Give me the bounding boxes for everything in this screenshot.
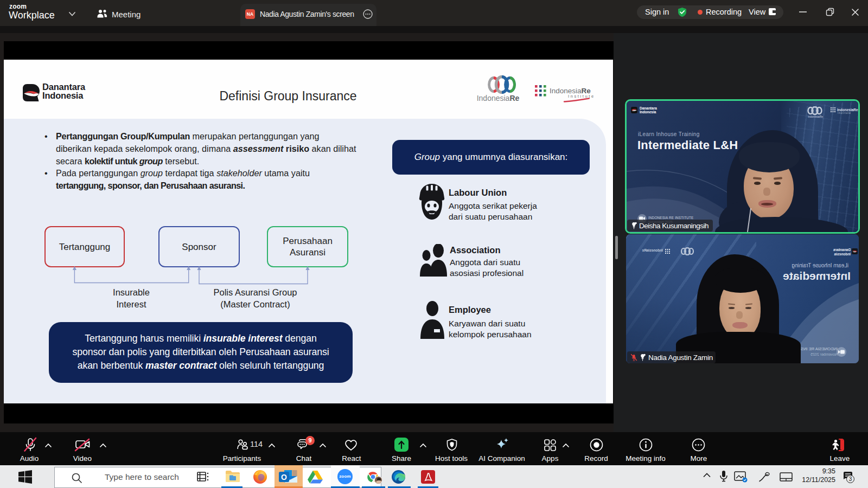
svg-text:O: O	[281, 473, 287, 481]
